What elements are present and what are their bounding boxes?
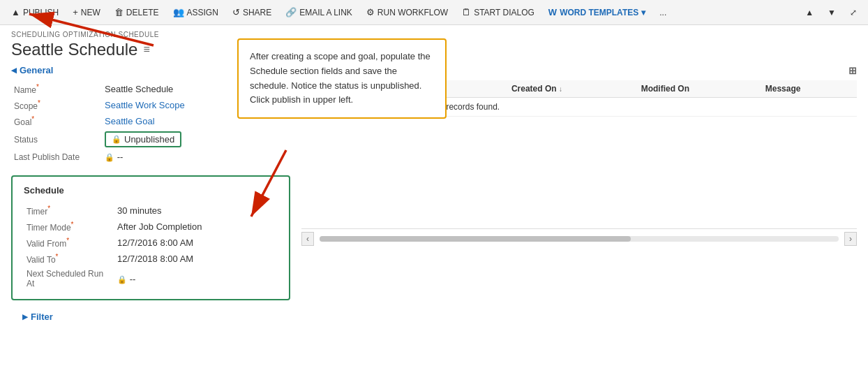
email-link-label: EMAIL A LINK	[299, 8, 352, 17]
share-label: SHARE	[243, 8, 271, 17]
word-templates-dropdown-icon: ▾	[641, 8, 645, 17]
next-run-label: Next Scheduled Run At	[24, 267, 114, 291]
opt-table-icon: ⊞	[848, 65, 857, 76]
timer-value: 30 minutes	[114, 203, 278, 219]
general-section-label: General	[20, 65, 53, 75]
schedule-form: Timer* 30 minutes Timer Mode* After Job …	[24, 203, 278, 291]
opt-col-created-label: Created On	[511, 84, 557, 94]
word-templates-label: WORD TEMPLATES	[560, 8, 638, 17]
timer-mode-value: After Job Completion	[114, 219, 278, 235]
general-chevron-icon: ◀	[11, 66, 17, 74]
opt-col-message-label: Message	[765, 84, 801, 94]
scope-label: Scope*	[11, 97, 102, 113]
publish-icon: ▲	[11, 7, 20, 17]
status-text: Unpublished	[124, 134, 174, 145]
share-button[interactable]: ↺ SHARE	[227, 4, 277, 20]
last-publish-lock-icon: 🔒	[105, 153, 114, 161]
breadcrumb: SCHEDULING OPTIMIZATION SCHEDULE	[11, 31, 857, 38]
valid-from-value: 12/7/2016 8:00 AM	[114, 235, 278, 251]
valid-from-row: Valid From* 12/7/2016 8:00 AM	[24, 235, 278, 251]
status-row: Status 🔒 Unpublished	[11, 129, 290, 149]
next-run-lock-icon: 🔒	[117, 275, 127, 284]
page-title-text: Seattle Schedule	[11, 40, 137, 59]
next-run-value: 🔒 --	[114, 267, 278, 291]
opt-col-message: Message	[760, 80, 857, 98]
delete-button[interactable]: 🗑 DELETE	[109, 4, 165, 20]
delete-icon: 🗑	[114, 7, 124, 17]
toolbar-nav: ▲ ▼ ⤢	[800, 5, 862, 20]
email-link-icon: 🔗	[285, 7, 297, 17]
schedule-box: Schedule Timer* 30 minutes Timer Mode* A…	[11, 175, 290, 300]
run-workflow-label: RUN WORKFLOW	[377, 8, 448, 17]
delete-label: DELETE	[126, 8, 159, 17]
opt-col-modified-label: Modified On	[641, 84, 689, 94]
nav-expand-button[interactable]: ⤢	[844, 5, 862, 20]
opt-col-created[interactable]: Created On ↓	[506, 80, 636, 98]
new-icon: +	[73, 7, 78, 17]
last-publish-value: 🔒 --	[102, 149, 290, 164]
scroll-right-button[interactable]: ›	[844, 232, 857, 246]
table-scroll-nav: ‹ ›	[301, 228, 857, 249]
opt-col-modified[interactable]: Modified On	[636, 80, 760, 98]
nav-up-button[interactable]: ▲	[800, 5, 819, 20]
opt-col-created-sort-icon: ↓	[559, 85, 562, 93]
tooltip-box: After creating a scope and goal, populat…	[237, 38, 447, 119]
status-value: 🔒 Unpublished	[102, 129, 290, 149]
assign-icon: 👥	[173, 7, 184, 17]
word-templates-button[interactable]: W WORD TEMPLATES ▾	[543, 4, 651, 20]
start-dialog-button[interactable]: 🗒 START DIALOG	[456, 4, 540, 20]
valid-to-label: Valid To*	[24, 251, 114, 267]
next-run-row: Next Scheduled Run At 🔒 --	[24, 267, 278, 291]
nav-down-button[interactable]: ▼	[822, 5, 841, 20]
timer-label: Timer*	[24, 203, 114, 219]
scroll-track[interactable]	[320, 236, 839, 242]
tooltip-text: After creating a scope and goal, populat…	[250, 51, 431, 105]
publish-button[interactable]: ▲ PUBLISH	[6, 4, 64, 20]
schedule-title: Schedule	[24, 185, 278, 196]
new-label: NEW	[81, 8, 100, 17]
goal-link[interactable]: Seattle Goal	[105, 116, 155, 126]
scroll-thumb	[320, 236, 631, 242]
timer-mode-row: Timer Mode* After Job Completion	[24, 219, 278, 235]
filter-section-header[interactable]: ▶ Filter	[22, 312, 279, 322]
name-label: Name*	[11, 81, 102, 97]
status-lock-icon: 🔒	[112, 135, 121, 144]
valid-to-value: 12/7/2018 8:00 AM	[114, 251, 278, 267]
new-button[interactable]: + NEW	[67, 4, 106, 20]
timer-mode-label: Timer Mode*	[24, 219, 114, 235]
share-icon: ↺	[232, 7, 240, 17]
word-templates-icon: W	[548, 7, 557, 17]
scope-link[interactable]: Seattle Work Scope	[105, 100, 185, 110]
valid-from-label: Valid From*	[24, 235, 114, 251]
toolbar: ▲ PUBLISH + NEW 🗑 DELETE 👥 ASSIGN ↺ SHAR…	[0, 0, 868, 25]
run-workflow-button[interactable]: ⚙ RUN WORKFLOW	[361, 4, 454, 20]
goal-label: Goal*	[11, 113, 102, 129]
publish-label: PUBLISH	[23, 8, 59, 17]
timer-row: Timer* 30 minutes	[24, 203, 278, 219]
assign-button[interactable]: 👥 ASSIGN	[167, 4, 224, 20]
last-publish-row: Last Publish Date 🔒 --	[11, 149, 290, 164]
valid-to-row: Valid To* 12/7/2018 8:00 AM	[24, 251, 278, 267]
scroll-left-button[interactable]: ‹	[301, 232, 314, 246]
more-label: ...	[659, 8, 666, 17]
filter-chevron-icon: ▶	[22, 313, 28, 321]
title-menu-icon[interactable]: ≡	[143, 43, 149, 56]
more-button[interactable]: ...	[654, 5, 672, 20]
start-dialog-icon: 🗒	[462, 7, 471, 17]
email-link-button[interactable]: 🔗 EMAIL A LINK	[280, 4, 358, 20]
filter-section-label: Filter	[31, 312, 53, 322]
start-dialog-label: START DIALOG	[474, 8, 534, 17]
last-publish-label: Last Publish Date	[11, 149, 102, 164]
filter-section: ▶ Filter	[11, 309, 290, 333]
assign-label: ASSIGN	[187, 8, 218, 17]
status-field-box: 🔒 Unpublished	[105, 131, 181, 147]
status-label: Status	[11, 129, 102, 149]
run-workflow-icon: ⚙	[366, 7, 375, 17]
